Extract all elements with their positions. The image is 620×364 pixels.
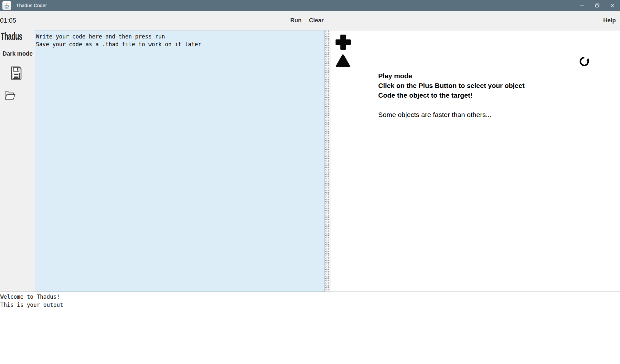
help-menu-item[interactable]: Help <box>603 11 616 30</box>
titlebar: Thadus Coder <box>0 0 620 11</box>
minimize-button[interactable] <box>574 0 590 11</box>
timer-label: 01:05 <box>0 11 16 30</box>
code-editor[interactable]: Write your code here and then press run … <box>35 30 325 292</box>
restore-button[interactable] <box>590 0 605 11</box>
play-canvas: Play mode Click on the Plus Button to se… <box>330 30 620 292</box>
clear-menu-item[interactable]: Clear <box>309 11 324 30</box>
app-logo: Thadus <box>1 30 22 42</box>
add-object-button[interactable] <box>335 34 351 50</box>
dark-mode-toggle[interactable]: Dark mode <box>3 50 33 57</box>
menubar: 01:05 Run Clear Help <box>0 11 620 30</box>
output-line: This is your output <box>0 301 620 309</box>
instruction-line: Code the object to the target! <box>378 91 525 100</box>
instruction-line: Play mode <box>378 71 525 81</box>
play-object-button[interactable] <box>336 54 350 67</box>
instruction-line: Click on the Plus Button to select your … <box>378 81 525 91</box>
run-menu-item[interactable]: Run <box>290 11 302 30</box>
note-line: Some objects are faster than others... <box>378 110 525 120</box>
sidebar: Thadus Dark mode <box>0 30 35 292</box>
code-line: Write your code here and then press run <box>36 33 324 40</box>
open-folder-icon <box>5 91 16 100</box>
refresh-icon <box>578 56 591 68</box>
output-console: Welcome to Thadus! This is your output <box>0 292 620 364</box>
output-line: Welcome to Thadus! <box>0 293 620 301</box>
window-title: Thadus Coder <box>16 0 47 11</box>
close-button[interactable] <box>605 0 620 11</box>
window-controls <box>574 0 620 11</box>
save-icon <box>10 66 22 80</box>
blank-line <box>378 100 525 110</box>
instructions-text: Play mode Click on the Plus Button to se… <box>378 71 525 120</box>
open-file-button[interactable] <box>5 91 16 100</box>
reset-button[interactable] <box>578 56 591 68</box>
triangle-icon <box>336 54 350 67</box>
plus-icon <box>335 34 351 50</box>
app-window: Thadus Coder 01:05 <box>0 0 620 364</box>
save-button[interactable] <box>10 66 22 80</box>
split-divider-vertical[interactable] <box>325 30 330 292</box>
code-line: Save your code as a .thad file to work o… <box>36 40 324 48</box>
java-icon <box>2 1 11 10</box>
